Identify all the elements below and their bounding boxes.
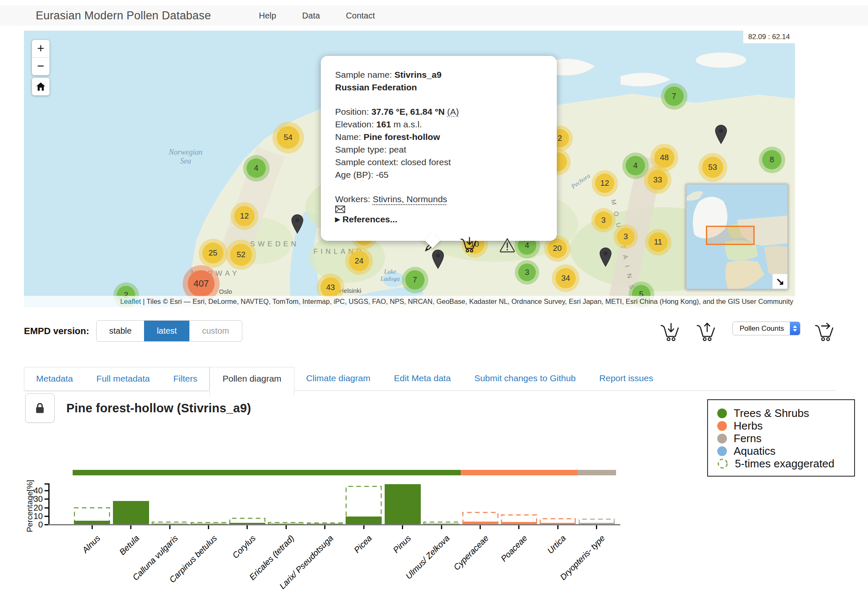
email-icon[interactable] [335,206,345,213]
cart-download-icon [460,236,479,254]
cart-add-button[interactable] [660,321,682,344]
map-label: Oslo [219,288,232,295]
map-cluster[interactable]: 12 [231,202,258,230]
pollen-diagram: Percentage[%]010203040 AlnusBetula Callu… [21,466,630,601]
collapsed-arrow-icon: ▶ [335,216,340,223]
tab-report-issues[interactable]: Report issues [587,367,665,390]
x-axis-label: Carpinus betulus [144,533,219,601]
cart-download-icon [660,321,682,344]
x-axis-tick [208,525,209,529]
x-axis-tick [596,525,597,529]
sample-popup: Sample name: Stivrins_a9 Russian Federat… [321,56,557,241]
y-axis-spine [48,483,50,525]
taxon-bar [346,517,382,524]
leaflet-link[interactable]: Leaflet [120,298,141,305]
legend-item: 5-times exaggerated [717,457,846,470]
x-axis-tick [92,525,93,529]
lock-button[interactable] [25,393,55,423]
y-axis-tick-label: 10 [22,511,43,521]
navbar-menu: HelpDataContact [233,11,375,21]
report-issue-button[interactable] [498,236,515,254]
map-cluster[interactable]: 54 [273,122,304,153]
tab-edit-meta-data[interactable]: Edit Meta data [382,367,462,390]
map-marker-pin[interactable] [714,125,728,144]
map-marker-pin[interactable] [598,248,613,267]
map-marker-pin[interactable] [290,214,304,234]
mouse-coordinates: 82.09 : 62.14 [743,31,795,43]
taxon-bar [579,523,615,524]
zoom-in-button[interactable]: + [32,40,50,58]
download-format-select[interactable]: Pollen Counts [732,322,800,335]
map[interactable]: " Norwegian SeaSWEDENNORWAYFINLANDLake L… [24,31,795,307]
navbar: Eurasian Modern Pollen Database HelpData… [0,5,868,26]
map-cluster[interactable]: 33 [644,166,671,194]
y-axis-tick [45,490,48,491]
x-axis-label: Ericales (tetrad) [221,533,296,601]
map-cluster[interactable]: 8 [759,147,785,173]
add-to-cart-button[interactable] [460,236,477,254]
nav-item-data[interactable]: Data [302,11,320,21]
taxon-bar [74,521,110,524]
version-latest-button[interactable]: latest [144,321,189,341]
version-button-group: stablelatestcustom [96,320,242,342]
version-custom-button[interactable]: custom [189,321,241,341]
references-toggle[interactable]: ▶References... [335,213,544,227]
legend-item: Ferns [717,432,846,445]
map-cluster[interactable]: 12 [592,170,618,197]
pin-icon [290,214,304,234]
x-axis-label: Picea [299,533,374,601]
cart-upload-button[interactable] [696,321,718,344]
x-axis-label: Calluna vulgaris [105,533,180,601]
home-button[interactable] [32,78,50,95]
popup-age: Age (BP): -65 [335,169,544,181]
minimap-toggle-button[interactable]: ↘ [772,274,787,289]
map-cluster[interactable]: 53 [698,153,727,182]
y-axis-tick-label: 40 [22,486,43,496]
nav-item-contact[interactable]: Contact [346,11,375,21]
tab-metadata[interactable]: Metadata [24,367,85,390]
taxon-bar [540,523,576,524]
version-stable-button[interactable]: stable [97,321,144,341]
tab-climate-diagram[interactable]: Climate diagram [294,367,382,390]
x-axis-label: Cyperaceae [415,533,490,601]
tab-submit-changes-to-github[interactable]: Submit changes to Github [462,367,587,390]
popup-country: Russian Federation [335,81,544,94]
cart-upload-icon [696,321,718,344]
warning-icon [498,236,517,254]
map-cluster[interactable]: 3 [515,260,539,285]
x-axis-tick [441,525,442,529]
taxon-bar [268,524,304,525]
map-cluster[interactable]: 25 [199,239,228,268]
map-cluster[interactable]: 3 [614,224,638,249]
legend-label: Herbs [734,419,763,432]
legend-item: Aquatics [717,445,846,457]
y-axis-tick [45,498,48,500]
y-axis-tick-label: 20 [22,503,43,513]
group-strip-herbs [461,470,577,475]
app-title: Eurasian Modern Pollen Database [36,9,211,22]
legend-label: Trees & Shrubs [734,407,809,420]
minimap-viewport[interactable] [706,226,755,245]
map-cluster[interactable]: 4 [243,155,270,182]
map-cluster[interactable]: 52 [226,240,256,270]
nav-item-help[interactable]: Help [259,11,276,21]
cart-export-button[interactable] [815,321,837,344]
map-cluster[interactable]: 34 [552,264,580,292]
cart-export-icon [815,321,837,344]
tab-filters[interactable]: Filters [162,367,209,390]
tab-pollen-diagram[interactable]: Pollen diagram [210,367,294,395]
map-cluster[interactable]: 3 [591,208,616,232]
map-cluster[interactable]: 11 [645,229,671,256]
taxon-bar [462,522,498,524]
map-cluster[interactable]: 7 [661,83,687,110]
legend-color-dot [717,434,727,443]
overview-minimap[interactable]: ↘ [686,184,788,290]
legend-label: Aquatics [734,445,776,458]
select-stepper-icon [790,322,800,335]
map-cluster[interactable]: 7 [402,267,428,293]
pin-icon [598,248,613,267]
zoom-out-button[interactable]: − [32,58,50,75]
empd-version-label: EMPD version: [24,326,89,337]
tab-full-metadata[interactable]: Full metadata [85,367,162,390]
taxon-bar [385,484,421,524]
